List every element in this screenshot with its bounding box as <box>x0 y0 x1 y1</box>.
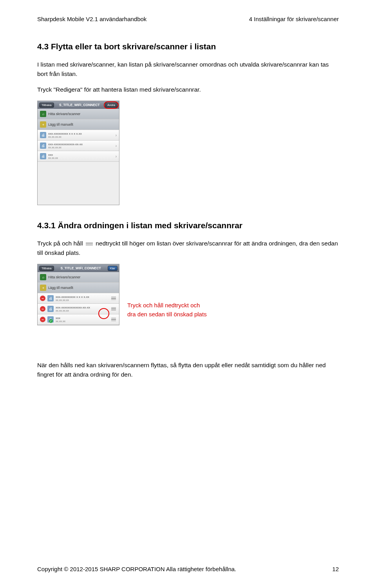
delete-icon[interactable]: – <box>40 296 45 301</box>
printer-icon: 🖨 <box>47 295 54 301</box>
printer-ip: xx.xx.xx <box>48 157 114 159</box>
search-icon: ⌕ <box>40 111 46 117</box>
printer-icon: 🖨 <box>40 132 46 138</box>
page-header: Sharpdesk Mobile V2.1 användarhandbok 4 … <box>37 16 339 22</box>
header-left: Sharpdesk Mobile V2.1 användarhandbok <box>37 16 146 22</box>
printer-row-editable[interactable]: – 🖨 xxx-xxxxxxxxx x x x x.xxxx.xx.xx.xx <box>38 293 119 304</box>
printer-row[interactable]: 🖨 xxx-xxxxxxxxx x x x x.xxxx.xx.xx.xx › <box>38 130 119 141</box>
back-button[interactable]: Tillbaka <box>39 103 54 108</box>
callout-text: Tryck och håll nedtryckt och dra den sed… <box>127 301 207 319</box>
screenshot-edit-list: Tillbaka S_TITLE_WIFI_CONNECT Ändra ⌕ Hi… <box>37 101 119 205</box>
chevron-right-icon: › <box>116 154 117 159</box>
printer-row-editable[interactable]: – 🖨 xxx-xxxxxxxxxxxxx-xx-xxxx.xx.xx.xx <box>38 304 119 314</box>
search-icon: ⌕ <box>40 274 46 280</box>
find-printer-label: Hitta skrivare/scanner <box>48 275 117 279</box>
delete-icon[interactable]: – <box>40 306 45 312</box>
screenshot-topbar: Tillbaka S_TITLE_WIFI_CONNECT Klar <box>38 264 119 272</box>
drag-handle-icon[interactable] <box>110 297 117 300</box>
done-button[interactable]: Klar <box>108 266 118 271</box>
add-manual-row[interactable]: ＋ Lägg till manuellt <box>38 283 119 293</box>
find-printer-label: Hitta skrivare/scanner <box>48 112 117 116</box>
section-4-3-1-title: 4.3.1 Ändra ordningen i listan med skriv… <box>37 221 339 230</box>
printer-ip: xx.xx.xx.xx <box>56 309 108 312</box>
add-manual-label: Lägg till manuellt <box>48 286 117 290</box>
page-footer: Copyright © 2012-2015 SHARP CORPORATION … <box>37 566 339 572</box>
screen-title: S_TITLE_WIFI_CONNECT <box>59 103 99 107</box>
printer-name: xxx-xxxxxxxxxxxxx-xx-xx <box>48 142 114 146</box>
printer-name: xxx <box>56 316 108 320</box>
copyright: Copyright © 2012-2015 SHARP CORPORATION … <box>37 566 236 572</box>
page-number: 12 <box>332 566 339 572</box>
printer-ip: xx.xx.xx <box>56 320 108 323</box>
printer-name: xxx-xxxxxxxxxxxxx-xx-xx <box>56 306 108 309</box>
drag-handle-icon[interactable] <box>110 318 117 321</box>
chevron-right-icon: › <box>116 144 117 148</box>
screen-title: S_TITLE_WIFI_CONNECT <box>60 266 101 270</box>
section-4-3-title: 4.3 Flytta eller ta bort skrivare/scanne… <box>37 42 339 51</box>
delete-icon[interactable]: – <box>40 317 45 322</box>
screenshot-topbar: Tillbaka S_TITLE_WIFI_CONNECT Ändra <box>38 101 119 109</box>
printer-name: xxx-xxxxxxxxx x x x x.xx <box>56 295 108 299</box>
back-button[interactable]: Tillbaka <box>39 266 54 271</box>
callout-line2: dra den sedan till önskad plats <box>127 310 207 319</box>
paragraph-last: När den hålls ned kan skrivaren/scannern… <box>37 361 339 379</box>
printer-row[interactable]: 🖨 xxxxx.xx.xx › <box>38 151 119 162</box>
edit-button[interactable]: Ändra <box>105 103 118 108</box>
printer-icon: 🖨 <box>40 153 46 159</box>
printer-icon: 🖨 <box>47 306 54 312</box>
printer-row[interactable]: 🖨 xxx-xxxxxxxxxxxxx-xx-xxxx.xx.xx.xx › <box>38 141 119 151</box>
chevron-right-icon: › <box>116 133 117 137</box>
printer-ip: xx.xx.xx.xx <box>48 135 114 138</box>
printer-icon: 🖨 <box>40 142 46 149</box>
section-4-3-p2: Tryck "Redigera" för att hantera listan … <box>37 85 339 94</box>
printer-row-editable[interactable]: – 🖨✓ xxxxx.xx.xx <box>38 314 119 325</box>
add-icon: ＋ <box>40 285 46 291</box>
find-printer-row[interactable]: ⌕ Hitta skrivare/scanner <box>38 272 119 283</box>
p-before: Tryck på och håll <box>37 240 83 247</box>
section-4-3-p1: I listan med skrivare/scanner, kan lista… <box>37 60 339 79</box>
section-4-3-1-p: Tryck på och håll nedtryckt till höger o… <box>37 239 339 258</box>
add-icon: ＋ <box>40 121 46 128</box>
printer-ip: xx.xx.xx.xx <box>48 146 114 149</box>
drag-handle-icon[interactable] <box>110 307 117 311</box>
find-printer-row[interactable]: ⌕ Hitta skrivare/scanner <box>38 109 119 119</box>
drag-handle-icon <box>86 242 93 246</box>
add-manual-row[interactable]: ＋ Lägg till manuellt <box>38 119 119 130</box>
screenshot-reorder: Tillbaka S_TITLE_WIFI_CONNECT Klar ⌕ Hit… <box>37 264 119 325</box>
printer-ip: xx.xx.xx.xx <box>56 299 108 301</box>
check-badge-icon: ✓ <box>49 319 53 323</box>
empty-space <box>38 162 119 205</box>
printer-name: xxx <box>48 153 114 157</box>
add-manual-label: Lägg till manuellt <box>48 123 117 126</box>
printer-name: xxx-xxxxxxxxx x x x x.xx <box>48 132 114 135</box>
printer-icon: 🖨✓ <box>47 316 54 323</box>
header-right: 4 Inställningar för skrivare/scanner <box>249 16 339 22</box>
callout-line1: Tryck och håll nedtryckt och <box>127 301 207 310</box>
